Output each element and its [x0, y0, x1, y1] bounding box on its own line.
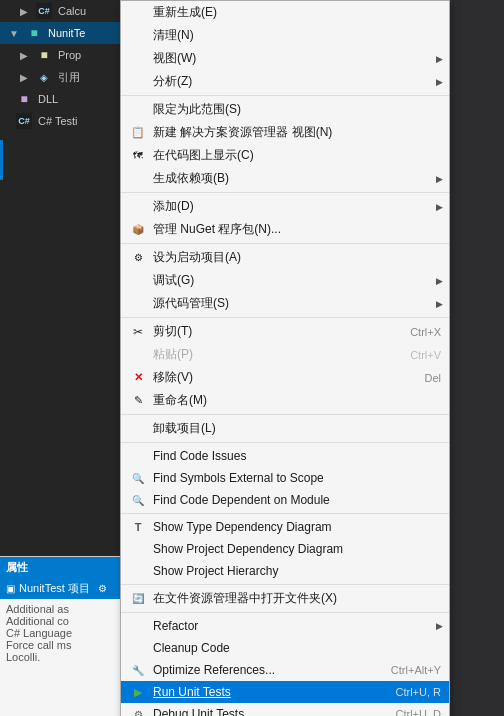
- menu-item-unload[interactable]: 卸载项目(L): [121, 417, 449, 440]
- menu-item-source-control[interactable]: 源代码管理(S): [121, 292, 449, 315]
- menu-item-label: Find Code Issues: [153, 449, 246, 463]
- find-symbols-icon: 🔍: [129, 473, 147, 484]
- menu-item-rebuild[interactable]: 重新生成(E) ▶: [121, 1, 449, 24]
- separator: [121, 513, 449, 514]
- optimize-icon: 🔧: [129, 665, 147, 676]
- menu-item-cut[interactable]: ✂ 剪切(T) Ctrl+X: [121, 320, 449, 343]
- expand-arrow-icon: ▶: [16, 69, 32, 85]
- sidebar-item-dll[interactable]: ■ DLL: [0, 88, 130, 110]
- menu-item-label: 管理 NuGet 程序包(N)...: [153, 221, 281, 238]
- startup-icon: ⚙: [129, 252, 147, 263]
- shortcut-label: Del: [404, 372, 441, 384]
- menu-item-label: 重命名(M): [153, 392, 207, 409]
- sidebar-item-calcu[interactable]: ▶ C# Calcu: [0, 0, 130, 22]
- menu-item-scope[interactable]: 限定为此范围(S): [121, 98, 449, 121]
- reference-icon: ◈: [36, 69, 52, 85]
- menu-item-set-startup[interactable]: ⚙ 设为启动项目(A): [121, 246, 449, 269]
- nuget-icon: 📦: [129, 224, 147, 235]
- folder-icon: ■: [16, 91, 32, 107]
- menu-item-label: 卸载项目(L): [153, 420, 216, 437]
- sidebar-item-label: NunitTe: [48, 27, 85, 39]
- separator: [121, 414, 449, 415]
- sidebar-item-label: 引用: [58, 70, 80, 85]
- cut-icon: ✂: [129, 325, 147, 339]
- shortcut-label: Ctrl+U, R: [375, 686, 441, 698]
- folder-icon: ■: [36, 47, 52, 63]
- menu-item-code-map[interactable]: 🗺 在代码图上显示(C): [121, 144, 449, 167]
- separator: [121, 317, 449, 318]
- menu-item-label: 生成依赖项(B): [153, 170, 229, 187]
- menu-item-proj-hierarchy[interactable]: Show Project Hierarchy: [121, 560, 449, 582]
- menu-item-label: Show Type Dependency Diagram: [153, 520, 332, 534]
- menu-item-optimize-refs[interactable]: 🔧 Optimize References... Ctrl+Alt+Y: [121, 659, 449, 681]
- menu-item-debug[interactable]: 调试(G): [121, 269, 449, 292]
- menu-item-refactor[interactable]: Refactor: [121, 615, 449, 637]
- menu-item-label: 在文件资源管理器中打开文件夹(X): [153, 590, 337, 607]
- menu-item-type-diagram[interactable]: T Show Type Dependency Diagram: [121, 516, 449, 538]
- menu-item-label: 剪切(T): [153, 323, 192, 340]
- menu-item-debug-unit-tests[interactable]: ⚙ Debug Unit Tests Ctrl+U, D: [121, 703, 449, 716]
- menu-item-label: Optimize References...: [153, 663, 275, 677]
- sidebar-item-label: C# Testi: [38, 115, 78, 127]
- type-diagram-icon: T: [129, 521, 147, 533]
- code-map-icon: 🗺: [129, 150, 147, 161]
- menu-item-rename[interactable]: ✎ 重命名(M): [121, 389, 449, 412]
- sidebar-item-label: Calcu: [58, 5, 86, 17]
- sidebar-item-csfile[interactable]: C# C# Testi: [0, 110, 130, 132]
- run-tests-icon: ▶: [129, 686, 147, 699]
- shortcut-label: Ctrl+U, D: [375, 708, 441, 716]
- shortcut-label: Ctrl+V: [390, 349, 441, 361]
- project-icon: ■: [26, 25, 42, 41]
- menu-item-label: Debug Unit Tests: [153, 707, 244, 716]
- shortcut-label: Ctrl+X: [390, 326, 441, 338]
- menu-item-analyze[interactable]: 分析(Z): [121, 70, 449, 93]
- separator: [121, 442, 449, 443]
- props-header-label: 属性: [6, 561, 28, 573]
- menu-item-label: 重新生成(E): [153, 4, 217, 21]
- props-row: C# Language: [6, 627, 124, 639]
- menu-item-view[interactable]: 视图(W): [121, 47, 449, 70]
- menu-item-clean[interactable]: 清理(N): [121, 24, 449, 47]
- menu-item-label: 调试(G): [153, 272, 194, 289]
- menu-item-label: 添加(D): [153, 198, 194, 215]
- menu-item-find-code-issues[interactable]: Find Code Issues: [121, 445, 449, 467]
- sidebar-item-references[interactable]: ▶ ◈ 引用: [0, 66, 130, 88]
- menu-item-label: 移除(V): [153, 369, 193, 386]
- menu-item-label: Show Project Dependency Diagram: [153, 542, 343, 556]
- expand-arrow-icon: ▶: [16, 3, 32, 19]
- menu-item-label: 设为启动项目(A): [153, 249, 241, 266]
- menu-item-open-folder[interactable]: 🔄 在文件资源管理器中打开文件夹(X): [121, 587, 449, 610]
- props-project-label: NunitTest 项目: [19, 581, 90, 596]
- open-folder-icon: 🔄: [129, 593, 147, 604]
- rename-icon: ✎: [129, 394, 147, 407]
- menu-item-label: Refactor: [153, 619, 198, 633]
- separator: [121, 243, 449, 244]
- sidebar-item-label: DLL: [38, 93, 58, 105]
- menu-item-label: 在代码图上显示(C): [153, 147, 254, 164]
- remove-icon: ✕: [129, 371, 147, 384]
- separator: [121, 95, 449, 96]
- accent-bar: [0, 140, 3, 180]
- find-deps-icon: 🔍: [129, 495, 147, 506]
- sidebar-item-nunittes[interactable]: ▼ ■ NunitTe: [0, 22, 130, 44]
- menu-item-label: Find Symbols External to Scope: [153, 471, 324, 485]
- separator: [121, 192, 449, 193]
- menu-item-run-unit-tests[interactable]: ▶ Run Unit Tests Ctrl+U, R: [121, 681, 449, 703]
- menu-item-deps[interactable]: 生成依赖项(B): [121, 167, 449, 190]
- shortcut-label: Ctrl+Alt+Y: [371, 664, 441, 676]
- menu-item-cleanup[interactable]: Cleanup Code: [121, 637, 449, 659]
- menu-item-paste[interactable]: 粘贴(P) Ctrl+V: [121, 343, 449, 366]
- menu-item-proj-diagram[interactable]: Show Project Dependency Diagram: [121, 538, 449, 560]
- debug-tests-icon: ⚙: [129, 709, 147, 717]
- menu-item-add[interactable]: 添加(D): [121, 195, 449, 218]
- menu-item-find-symbols[interactable]: 🔍 Find Symbols External to Scope: [121, 467, 449, 489]
- props-row: Force call ms: [6, 639, 124, 651]
- menu-item-label: Find Code Dependent on Module: [153, 493, 330, 507]
- expand-arrow-icon: ▼: [6, 25, 22, 41]
- menu-item-nuget[interactable]: 📦 管理 NuGet 程序包(N)...: [121, 218, 449, 241]
- sidebar-item-prop[interactable]: ▶ ■ Prop: [0, 44, 130, 66]
- menu-item-new-view[interactable]: 📋 新建 解决方案资源管理器 视图(N): [121, 121, 449, 144]
- props-content: Additional as Additional co C# Language …: [0, 599, 130, 667]
- menu-item-find-deps[interactable]: 🔍 Find Code Dependent on Module: [121, 489, 449, 511]
- menu-item-remove[interactable]: ✕ 移除(V) Del: [121, 366, 449, 389]
